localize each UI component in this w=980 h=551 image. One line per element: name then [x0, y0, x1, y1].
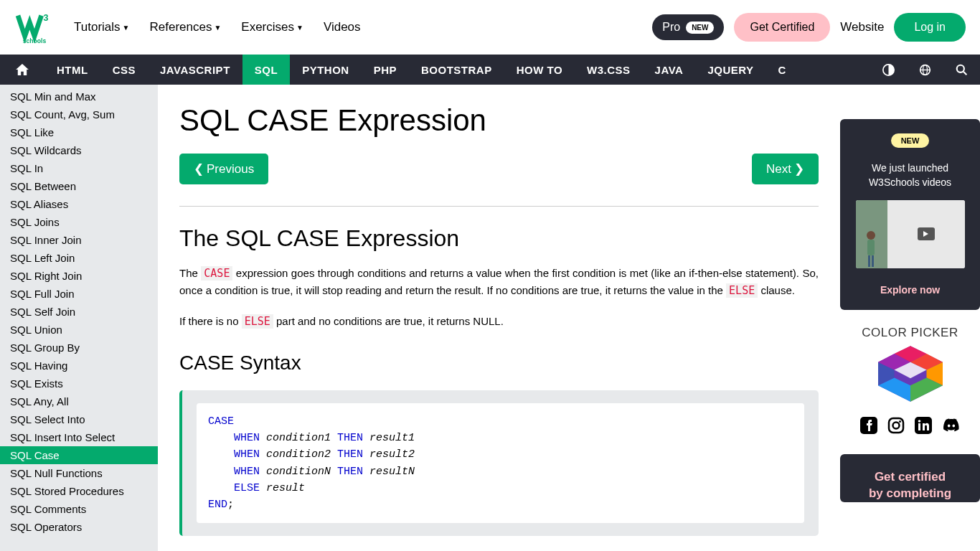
code-block: CASE WHEN condition1 THEN result1 WHEN c… — [179, 390, 819, 537]
svg-text:3: 3 — [44, 13, 49, 23]
sidebar-item-sql-case[interactable]: SQL Case — [0, 446, 158, 464]
website-link[interactable]: Website — [840, 20, 884, 34]
login-button[interactable]: Log in — [894, 13, 966, 42]
new-badge: NEW — [891, 133, 930, 148]
sidebar-item-sql-any-all[interactable]: SQL Any, All — [0, 392, 158, 410]
linkedin-icon[interactable] — [915, 417, 932, 438]
topnav-java[interactable]: JAVA — [643, 55, 696, 85]
svg-line-7 — [963, 72, 966, 75]
chevron-left-icon: ❮ — [194, 161, 204, 176]
home-icon[interactable] — [0, 55, 44, 85]
logo[interactable]: 3 schools — [14, 10, 56, 44]
video-text: We just launched W3Schools videos — [850, 161, 970, 190]
code-inline: CASE — [201, 266, 232, 281]
svg-rect-11 — [872, 255, 874, 267]
sidebar: SQL Min and MaxSQL Count, Avg, SumSQL Li… — [0, 85, 158, 551]
svg-point-6 — [957, 65, 964, 72]
topnav-w3-css[interactable]: W3.CSS — [575, 55, 643, 85]
pro-button[interactable]: Pro NEW — [652, 14, 724, 40]
sidebar-item-sql-between[interactable]: SQL Between — [0, 177, 158, 195]
topnav-php[interactable]: PHP — [362, 55, 409, 85]
play-icon — [918, 227, 935, 240]
divider — [179, 206, 819, 207]
svg-rect-22 — [889, 418, 903, 433]
new-badge: NEW — [686, 22, 714, 34]
svg-rect-10 — [868, 255, 870, 267]
sidebar-item-sql-in[interactable]: SQL In — [0, 159, 158, 177]
dark-mode-icon[interactable] — [870, 55, 907, 85]
sidebar-item-sql-comments[interactable]: SQL Comments — [0, 500, 158, 518]
caret-down-icon: ▼ — [296, 24, 303, 32]
menu-tutorials[interactable]: Tutorials▼ — [74, 20, 129, 34]
explore-link[interactable]: Explore now — [880, 284, 940, 296]
menu-videos[interactable]: Videos — [324, 20, 361, 34]
facebook-icon[interactable] — [860, 417, 877, 438]
topnav-how-to[interactable]: HOW TO — [504, 55, 575, 85]
svg-point-8 — [867, 231, 875, 240]
topnav-css[interactable]: CSS — [100, 55, 148, 85]
topnav-bootstrap[interactable]: BOOTSTRAP — [409, 55, 504, 85]
sidebar-item-sql-group-by[interactable]: SQL Group By — [0, 339, 158, 357]
color-picker-icon[interactable] — [878, 346, 943, 402]
topnav-javascript[interactable]: JAVASCRIPT — [148, 55, 242, 85]
code-inline: ELSE — [726, 283, 758, 298]
main-content: SQL CASE Expression ❮Previous Next❯ The … — [158, 85, 840, 551]
sidebar-item-sql-insert-into-select[interactable]: SQL Insert Into Select — [0, 428, 158, 446]
svg-rect-9 — [867, 240, 875, 255]
instagram-icon[interactable] — [887, 417, 905, 438]
caret-down-icon: ▼ — [214, 24, 221, 32]
previous-button[interactable]: ❮Previous — [179, 154, 268, 184]
sidebar-item-sql-full-join[interactable]: SQL Full Join — [0, 285, 158, 303]
sidebar-item-sql-self-join[interactable]: SQL Self Join — [0, 303, 158, 321]
sidebar-item-sql-min-and-max[interactable]: SQL Min and Max — [0, 88, 158, 105]
sidebar-item-sql-count-avg-sum[interactable]: SQL Count, Avg, Sum — [0, 105, 158, 123]
chevron-right-icon: ❯ — [794, 161, 804, 176]
color-picker-title: COLOR PICKER — [840, 326, 980, 340]
svg-rect-26 — [918, 423, 920, 430]
body-paragraph: If there is no ELSE part and no conditio… — [179, 313, 819, 330]
sidebar-item-sql-joins[interactable]: SQL Joins — [0, 213, 158, 231]
search-icon[interactable] — [943, 55, 980, 85]
sidebar-item-sql-right-join[interactable]: SQL Right Join — [0, 267, 158, 285]
certified-button[interactable]: Get Certified — [734, 13, 830, 42]
caret-down-icon: ▼ — [123, 24, 130, 32]
sidebar-item-sql-like[interactable]: SQL Like — [0, 123, 158, 141]
sidebar-item-sql-select-into[interactable]: SQL Select Into — [0, 410, 158, 428]
topnav-html[interactable]: HTML — [44, 55, 100, 85]
code-inline: ELSE — [242, 314, 273, 329]
next-button[interactable]: Next❯ — [752, 154, 819, 184]
topnav-sql[interactable]: SQL — [242, 55, 290, 85]
topnav-jquery[interactable]: JQUERY — [695, 55, 765, 85]
video-promo-card[interactable]: NEW We just launched W3Schools videos Ex… — [840, 119, 980, 310]
cert-promo-card[interactable]: Get certifiedby completing — [840, 454, 980, 503]
top-nav: HTMLCSSJAVASCRIPTSQLPYTHONPHPBOOTSTRAPHO… — [0, 55, 980, 85]
svg-text:schools: schools — [23, 37, 47, 44]
svg-point-24 — [899, 420, 901, 423]
page-title: SQL CASE Expression — [179, 103, 819, 138]
discord-icon[interactable] — [942, 417, 961, 438]
topnav-python[interactable]: PYTHON — [290, 55, 362, 85]
cert-text: Get certifiedby completing — [850, 468, 970, 503]
sidebar-item-sql-union[interactable]: SQL Union — [0, 321, 158, 339]
sidebar-item-sql-wildcards[interactable]: SQL Wildcards — [0, 141, 158, 159]
sidebar-item-sql-null-functions[interactable]: SQL Null Functions — [0, 464, 158, 482]
syntax-heading: CASE Syntax — [179, 352, 819, 375]
menu-references[interactable]: References▼ — [149, 20, 221, 34]
sidebar-item-sql-exists[interactable]: SQL Exists — [0, 375, 158, 392]
menu-exercises[interactable]: Exercises▼ — [241, 20, 303, 34]
topnav-c[interactable]: C — [766, 55, 798, 85]
sidebar-item-sql-operators[interactable]: SQL Operators — [0, 518, 158, 536]
svg-point-23 — [892, 422, 899, 428]
sidebar-item-sql-aliases[interactable]: SQL Aliases — [0, 195, 158, 213]
sidebar-item-sql-left-join[interactable]: SQL Left Join — [0, 249, 158, 267]
video-thumbnail — [856, 200, 965, 268]
sidebar-item-sql-inner-join[interactable]: SQL Inner Join — [0, 231, 158, 249]
sidebar-item-sql-having[interactable]: SQL Having — [0, 357, 158, 375]
body-paragraph: The CASE expression goes through conditi… — [179, 265, 819, 300]
sidebar-item-sql-stored-procedures[interactable]: SQL Stored Procedures — [0, 482, 158, 500]
globe-icon[interactable] — [907, 55, 943, 85]
svg-point-27 — [918, 420, 920, 423]
section-heading: The SQL CASE Expression — [179, 225, 819, 252]
